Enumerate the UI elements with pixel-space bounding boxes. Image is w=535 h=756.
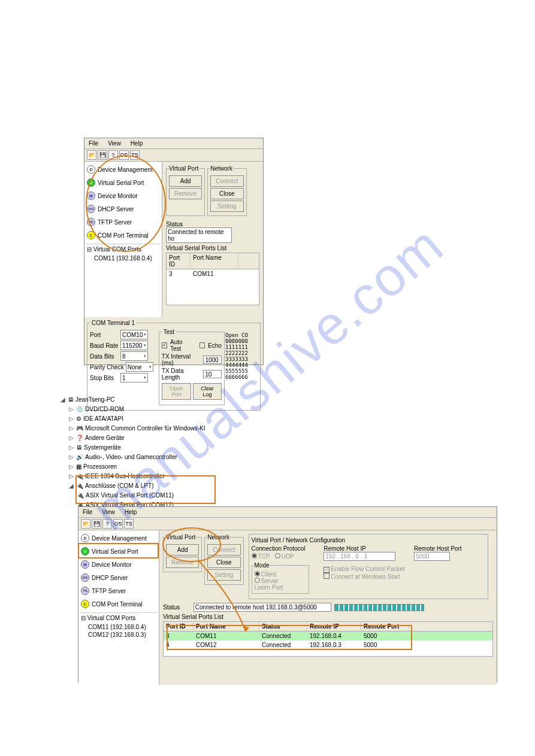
dm-item[interactable]: ▷🔊Audio-, Video- und Gamecontroller (60, 453, 258, 462)
menubar: File View Help (84, 138, 263, 149)
ts-badge[interactable]: TS (130, 150, 140, 160)
udp-label: UDP (282, 553, 294, 560)
close-button[interactable]: Close (210, 188, 243, 199)
vport-legend: Virtual Port (169, 165, 198, 172)
tree-item-com12[interactable]: COM12 (192.168.0.3) (80, 631, 158, 639)
stopbits-label: Stop Bits (90, 375, 119, 381)
echo-checkbox[interactable] (200, 342, 205, 348)
remove-button[interactable]: Remove (166, 557, 199, 568)
txlen-label: TX Data Length (162, 368, 201, 381)
nav-com-port-terminal[interactable]: CCOM Port Terminal (80, 597, 158, 611)
remote-ip-input[interactable]: 192 . 168 . 0 . 3 (324, 552, 395, 561)
status-row: Status Connected to remote host 192.168.… (163, 603, 493, 612)
ds-icon: DS (81, 573, 89, 582)
computer-icon: 🖥 (68, 395, 74, 405)
ds-badge[interactable]: DS (113, 519, 123, 529)
virtual-port-group: Virtual Port Add Remove (163, 534, 202, 572)
connect-button[interactable]: Connect (210, 175, 243, 187)
add-button[interactable]: Add (169, 175, 202, 187)
winstart-checkbox[interactable] (324, 573, 330, 579)
nav-device-monitor[interactable]: MDevice Monitor (86, 189, 161, 202)
device-icon: ⚙ (76, 414, 81, 424)
close-button[interactable]: Close (207, 557, 240, 568)
nav-label: Device Management (92, 535, 147, 542)
dm-item[interactable]: ▷🖥Systemgeräte (60, 443, 258, 453)
col-port-id[interactable]: Port ID (167, 253, 191, 269)
config-title: Virtual Port / Network Configuration (252, 537, 485, 544)
flowctrl-checkbox[interactable]: ✓ (324, 567, 330, 573)
save-icon[interactable]: 💾 (92, 519, 101, 529)
nav-virtual-serial-port[interactable]: VVirtual Serial Port (86, 176, 161, 189)
help-icon[interactable]: ? (102, 519, 112, 529)
nav-dhcp-server[interactable]: DSDHCP Server (86, 202, 161, 215)
dm-item[interactable]: ▷🎮Microsoft Common Controller für Window… (60, 424, 258, 433)
list-title: Virtual Serial Ports List (166, 245, 259, 251)
parity-label: Parity Check (90, 364, 124, 371)
status-label: Status (166, 221, 195, 227)
connect-button[interactable]: Connect (207, 544, 240, 555)
dm-item[interactable]: ▷💿DVD/CD-ROM (60, 405, 258, 414)
setting-button[interactable]: Setting (210, 201, 243, 212)
flowctrl-label: Enable Flow Control Packet (331, 566, 404, 572)
parity-select[interactable]: None (126, 362, 153, 372)
autotest-checkbox[interactable]: ✓ (162, 342, 167, 348)
dm-item[interactable]: ▷▦Prozessoren (60, 462, 258, 472)
v-icon: V (87, 178, 95, 187)
tree-header[interactable]: ⊟ Virtual COM Ports (80, 612, 158, 623)
tcp-radio[interactable] (252, 553, 257, 558)
nav-device-monitor[interactable]: MDevice Monitor (80, 558, 158, 571)
port-label: Port (90, 332, 119, 338)
port-select[interactable]: COM10 (120, 330, 148, 339)
remove-button[interactable]: Remove (169, 188, 202, 199)
baud-select[interactable]: 115200 (120, 341, 148, 350)
highlight-ports-list (167, 625, 412, 650)
nav-dhcp-server[interactable]: DSDHCP Server (80, 571, 158, 584)
dm-root[interactable]: ◢🖥JeanTseng-PC (60, 395, 258, 405)
txint-input[interactable]: 1000 (203, 356, 221, 364)
add-button[interactable]: Add (166, 544, 199, 555)
menu-file[interactable]: File (81, 508, 94, 516)
ts-badge[interactable]: TS (124, 519, 134, 529)
listen-port-label: Listen Port (255, 584, 306, 591)
device-icon: ▦ (76, 462, 81, 472)
dm-item[interactable]: ▷❓Andere Geräte (60, 433, 258, 443)
stopbits-select[interactable]: 1 (120, 373, 148, 382)
virtual-port-group: Virtual Port Add Remove (166, 165, 205, 216)
menu-view[interactable]: View (100, 508, 117, 516)
databits-select[interactable]: 8 (120, 351, 148, 361)
config-group: Virtual Port / Network Configuration Con… (249, 534, 488, 599)
open-icon[interactable]: 📂 (87, 150, 96, 160)
winstart-label: Connect at Windows Start (331, 573, 400, 580)
setting-button[interactable]: Setting (207, 569, 240, 581)
right-panel: Virtual Port Add Remove Network Connect … (159, 530, 497, 685)
txlen-input[interactable]: 10 (203, 370, 222, 378)
nav-label: Virtual Serial Port (98, 180, 144, 186)
menu-file[interactable]: File (87, 139, 100, 147)
dm-item[interactable]: ▷⚙IDE ATA/ATAPI (60, 414, 258, 424)
udp-radio[interactable] (275, 553, 280, 558)
nav-com-port-terminal[interactable]: CCOM Port Terminal (86, 229, 161, 242)
open-icon[interactable]: 📂 (81, 519, 90, 529)
ds-badge[interactable]: DS (119, 150, 129, 160)
list-row[interactable]: 3 COM11 (167, 269, 259, 278)
sidebar: DDevice Management VVirtual Serial Port … (84, 162, 162, 317)
tree-header[interactable]: ⊟ Virtual COM Ports (86, 244, 161, 254)
client-radio[interactable] (255, 571, 260, 576)
network-group: Network Connect Close Setting (204, 534, 243, 585)
menu-view[interactable]: View (106, 139, 123, 147)
menu-help[interactable]: Help (123, 508, 139, 516)
save-icon[interactable]: 💾 (98, 150, 107, 160)
nav-device-management[interactable]: DDevice Management (86, 163, 161, 176)
nav-tftp-server[interactable]: TSTFTP Server (86, 215, 161, 229)
nav-tftp-server[interactable]: TSTFTP Server (80, 584, 158, 597)
col-port-name[interactable]: Port Name (191, 253, 238, 269)
remote-port-input[interactable]: 5000 (414, 552, 450, 561)
menu-help[interactable]: Help (129, 139, 145, 147)
tree-item-com11[interactable]: COM11 (192.168.0.4) (86, 254, 161, 262)
tree-item-com11[interactable]: COM11 (192.168.0.4) (80, 623, 158, 631)
status-label: Status (163, 604, 192, 611)
nav-label: COM Port Terminal (92, 601, 143, 608)
nav-label: DHCP Server (92, 575, 128, 581)
help-icon[interactable]: ? (108, 150, 118, 160)
server-radio[interactable] (255, 578, 260, 583)
